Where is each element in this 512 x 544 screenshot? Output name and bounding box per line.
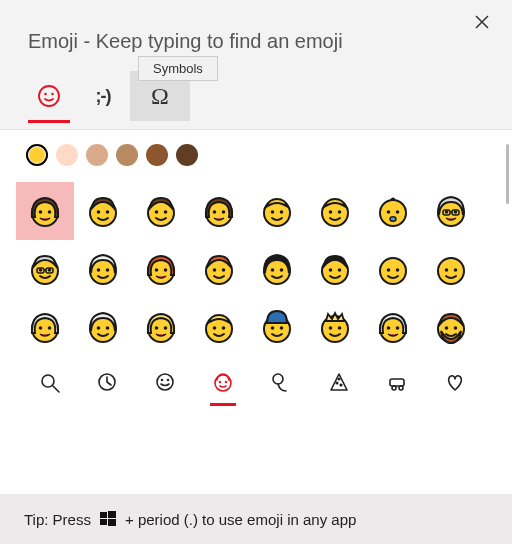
category-bar	[0, 356, 512, 410]
emoji-woman-veil[interactable]	[364, 298, 422, 356]
emoji-man[interactable]	[74, 182, 132, 240]
svg-point-93	[340, 384, 342, 386]
svg-point-11	[164, 210, 168, 214]
svg-point-50	[329, 268, 333, 272]
svg-point-41	[155, 268, 159, 272]
svg-point-8	[106, 210, 110, 214]
emoji-boy[interactable]	[132, 182, 190, 240]
emoji-white-hair-woman[interactable]	[16, 298, 74, 356]
svg-point-71	[271, 326, 275, 330]
svg-point-91	[273, 374, 283, 384]
emoji-person[interactable]	[248, 182, 306, 240]
kaomoji-label: ;-)	[96, 86, 111, 107]
emoji-child[interactable]	[306, 182, 364, 240]
emoji-bald-man[interactable]	[422, 240, 480, 298]
older-woman-icon	[433, 193, 469, 229]
emoji-dark-hair-man[interactable]	[306, 240, 364, 298]
emoji-guard[interactable]	[248, 298, 306, 356]
skin-tone-0[interactable]	[26, 144, 48, 166]
svg-point-96	[392, 386, 396, 390]
category-hearts[interactable]	[426, 362, 484, 402]
svg-rect-95	[390, 379, 404, 386]
emoji-white-hair-person[interactable]	[74, 240, 132, 298]
category-smileys[interactable]	[136, 362, 194, 402]
svg-point-51	[338, 268, 342, 272]
svg-point-4	[39, 210, 43, 214]
emoji-royal[interactable]	[306, 298, 364, 356]
svg-point-10	[155, 210, 159, 214]
bearded-person-icon	[433, 309, 469, 345]
svg-point-87	[168, 380, 169, 381]
svg-point-81	[454, 326, 458, 330]
emoji-girl[interactable]	[190, 182, 248, 240]
tip-prefix: Tip: Press	[24, 511, 91, 528]
svg-point-5	[48, 210, 52, 214]
svg-point-0	[39, 86, 59, 106]
emoji-older-man[interactable]	[16, 240, 74, 298]
skin-tone-4[interactable]	[146, 144, 168, 166]
emoji-bearded-person[interactable]	[422, 298, 480, 356]
svg-point-13	[213, 210, 217, 214]
svg-point-82	[42, 375, 54, 387]
category-transport[interactable]	[368, 362, 426, 402]
close-button[interactable]	[470, 10, 494, 34]
svg-point-38	[97, 268, 101, 272]
svg-point-7	[97, 210, 101, 214]
skin-tone-2[interactable]	[86, 144, 108, 166]
category-food[interactable]	[310, 362, 368, 402]
omega-icon: Ω	[151, 83, 169, 110]
svg-rect-99	[108, 511, 116, 518]
emoji-woman[interactable]	[16, 182, 74, 240]
svg-point-89	[220, 382, 221, 383]
red-hair-woman-icon	[143, 251, 179, 287]
blond-person-icon	[201, 309, 237, 345]
svg-point-22	[387, 210, 391, 214]
svg-point-80	[445, 326, 449, 330]
girl-icon	[201, 193, 237, 229]
emoji-red-hair-man[interactable]	[190, 240, 248, 298]
svg-point-45	[222, 268, 226, 272]
svg-point-97	[399, 386, 403, 390]
svg-point-17	[280, 210, 284, 214]
royal-icon	[317, 309, 353, 345]
svg-point-52	[380, 258, 406, 284]
scrollbar-thumb[interactable]	[506, 144, 509, 204]
category-people[interactable]	[194, 362, 252, 402]
svg-point-92	[336, 382, 338, 384]
category-celebration[interactable]	[252, 362, 310, 402]
emoji-bald-person[interactable]	[364, 240, 422, 298]
svg-rect-98	[100, 512, 107, 518]
svg-point-23	[396, 210, 400, 214]
emoji-white-hair-person2[interactable]	[74, 298, 132, 356]
transport-icon	[386, 371, 408, 393]
white-hair-person-icon	[85, 251, 121, 287]
svg-rect-101	[108, 519, 116, 526]
emoji-dark-hair-woman[interactable]	[248, 240, 306, 298]
skin-tone-1[interactable]	[56, 144, 78, 166]
svg-point-69	[222, 326, 226, 330]
input-mode-tabs: ;-) Ω	[0, 53, 512, 121]
emoji-grid	[0, 172, 512, 356]
svg-point-60	[48, 326, 52, 330]
older-man-icon	[27, 251, 63, 287]
svg-rect-100	[100, 519, 107, 525]
emoji-baby[interactable]	[364, 182, 422, 240]
emoji-red-hair-woman[interactable]	[132, 240, 190, 298]
svg-point-1	[44, 93, 47, 96]
smiley-icon	[37, 84, 61, 108]
emoji-blond-woman[interactable]	[132, 298, 190, 356]
svg-point-47	[271, 268, 275, 272]
skin-tone-3[interactable]	[116, 144, 138, 166]
smileys-icon	[154, 371, 176, 393]
tab-emoji[interactable]	[22, 71, 76, 121]
person-icon	[259, 193, 295, 229]
emoji-older-woman[interactable]	[422, 182, 480, 240]
emoji-blond-person[interactable]	[190, 298, 248, 356]
guard-icon	[259, 309, 295, 345]
category-recent[interactable]	[78, 362, 136, 402]
tab-kaomoji[interactable]: ;-)	[76, 71, 130, 121]
category-search[interactable]	[20, 362, 78, 402]
svg-point-65	[155, 326, 159, 330]
skin-tone-5[interactable]	[176, 144, 198, 166]
svg-point-86	[162, 380, 163, 381]
